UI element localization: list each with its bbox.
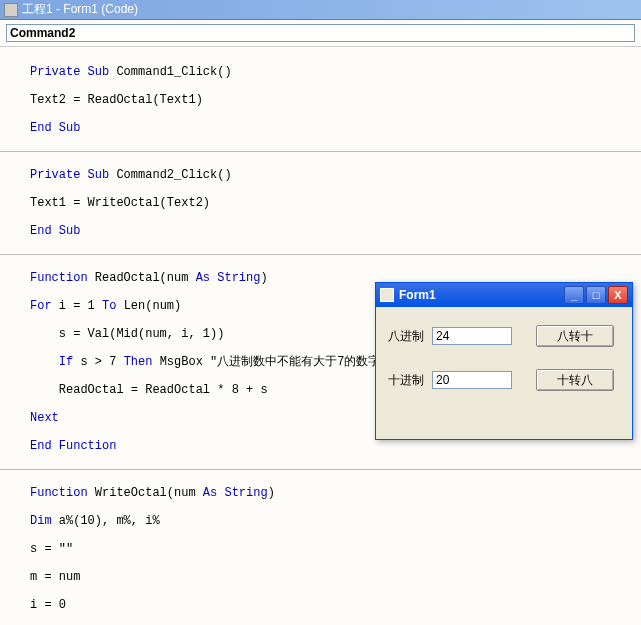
code-text: Command1_Click() xyxy=(109,65,231,79)
label-decimal: 十进制 xyxy=(388,372,432,389)
code-text: a%(10), m%, i% xyxy=(52,514,160,528)
code-text: Len(num) xyxy=(116,299,181,313)
kw: Private Sub xyxy=(30,168,109,182)
kw: As String xyxy=(203,486,268,500)
proc-divider xyxy=(0,151,641,152)
command1-oct-to-dec-button[interactable]: 八转十 xyxy=(536,325,614,347)
kw: If xyxy=(30,355,73,369)
kw: For xyxy=(30,299,52,313)
proc-divider xyxy=(0,254,641,255)
maximize-button[interactable]: □ xyxy=(586,286,606,304)
vb-form-icon xyxy=(4,3,18,17)
row-octal: 八进制 八转十 xyxy=(388,325,620,347)
proc-divider xyxy=(0,469,641,470)
code-text: WriteOctal(num xyxy=(88,486,203,500)
text1-octal-input[interactable] xyxy=(432,327,512,345)
code-text: ReadOctal(num xyxy=(88,271,196,285)
kw: As String xyxy=(196,271,261,285)
minimize-button[interactable]: _ xyxy=(564,286,584,304)
code-text: m = num xyxy=(30,570,641,584)
kw: Dim xyxy=(30,514,52,528)
ide-title: 工程1 - Form1 (Code) xyxy=(22,1,138,18)
kw: Then xyxy=(124,355,153,369)
code-text: ) xyxy=(268,486,275,500)
code-text: i = 1 xyxy=(52,299,102,313)
code-text: i = 0 xyxy=(30,598,641,612)
kw: Function xyxy=(30,271,88,285)
code-text: Command2_Click() xyxy=(109,168,231,182)
form1-client: 八进制 八转十 十进制 十转八 xyxy=(376,307,632,423)
kw: End Sub xyxy=(30,121,641,135)
form1-titlebar[interactable]: Form1 _ □ X xyxy=(376,283,632,307)
code-text: s = "" xyxy=(30,542,641,556)
code-text: ) xyxy=(260,271,267,285)
row-decimal: 十进制 十转八 xyxy=(388,369,620,391)
ide-titlebar: 工程1 - Form1 (Code) xyxy=(0,0,641,20)
form-icon xyxy=(380,288,394,302)
kw: Function xyxy=(30,486,88,500)
form1-window[interactable]: Form1 _ □ X 八进制 八转十 十进制 十转八 xyxy=(375,282,633,440)
kw: End Sub xyxy=(30,224,641,238)
code-text: s > 7 xyxy=(73,355,123,369)
code-text: Text2 = ReadOctal(Text1) xyxy=(30,93,641,107)
kw: End Function xyxy=(30,439,641,453)
command2-dec-to-oct-button[interactable]: 十转八 xyxy=(536,369,614,391)
kw: To xyxy=(102,299,116,313)
object-selector[interactable] xyxy=(6,24,635,42)
kw: Private Sub xyxy=(30,65,109,79)
code-text: Text1 = WriteOctal(Text2) xyxy=(30,196,641,210)
form1-title: Form1 xyxy=(399,288,436,302)
text2-decimal-input[interactable] xyxy=(432,371,512,389)
object-selector-row xyxy=(0,20,641,47)
label-octal: 八进制 xyxy=(388,328,432,345)
close-button[interactable]: X xyxy=(608,286,628,304)
